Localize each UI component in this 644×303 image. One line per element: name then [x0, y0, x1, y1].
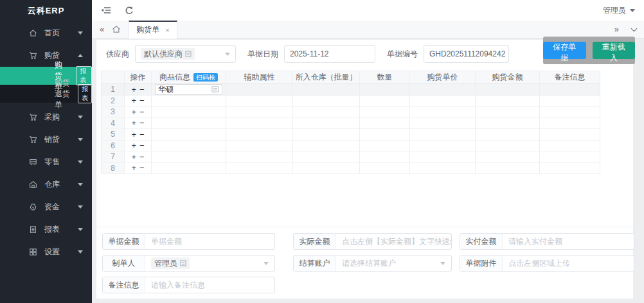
refresh-icon[interactable]	[124, 6, 134, 15]
report-badge[interactable]: 报表	[76, 66, 92, 85]
collapse-sidebar-icon[interactable]	[101, 6, 111, 15]
supplier-select[interactable]: 默认供应商	[135, 45, 236, 63]
sidebar-item-设置[interactable]: 设置	[0, 241, 92, 263]
home-tab-icon[interactable]	[112, 25, 121, 33]
column-header-购货金额: 购货金额	[476, 71, 540, 84]
add-row-button[interactable]: +	[131, 152, 136, 162]
product-input[interactable]: 华硕	[155, 84, 222, 95]
row-number-cell: 5	[102, 129, 125, 141]
column-header-所入仓库（批量）: 所入仓库（批量）	[293, 71, 360, 84]
attachment-upload-area[interactable]: 点击左侧区域上传	[503, 255, 634, 271]
chevron-down-icon	[78, 116, 83, 119]
chevron-down-icon	[264, 262, 269, 265]
remove-row-button[interactable]: −	[139, 96, 145, 105]
column-header-label: 辅助属性	[244, 72, 275, 83]
table-row: 1+−华硕	[102, 84, 600, 96]
row-number-cell: 2	[102, 96, 125, 107]
add-row-button[interactable]: +	[131, 118, 136, 128]
product-cell	[152, 141, 226, 152]
cell	[410, 129, 476, 141]
sidebar-submenu: 购货单报表购货退货单报表	[0, 67, 92, 103]
add-row-button[interactable]: +	[131, 163, 136, 173]
remove-row-button[interactable]: −	[139, 141, 145, 150]
report-badge[interactable]: 报表	[78, 84, 92, 103]
remove-row-button[interactable]: −	[139, 107, 145, 117]
doc-amount-input[interactable]: 单据金额	[145, 234, 274, 249]
tabs-menu-chevron-icon[interactable]	[631, 25, 638, 31]
sidebar-item-采购[interactable]: 采购	[0, 106, 92, 128]
sidebar-item-label: 报表	[44, 224, 60, 235]
chevron-down-icon	[78, 31, 83, 35]
tab-purchase-order[interactable]: 购货单 ×	[129, 21, 177, 39]
remove-row-button[interactable]: −	[139, 130, 145, 139]
save-document-button[interactable]: 保存单据	[543, 42, 586, 59]
cell	[360, 152, 410, 163]
cell	[476, 96, 540, 107]
cell	[476, 152, 540, 163]
cell	[540, 84, 600, 96]
sidebar: 云科ERP 首页购货购货单报表购货退货单报表采购销货零售仓库资金报表设置	[0, 0, 92, 303]
cell	[226, 141, 293, 152]
remove-row-button[interactable]: −	[139, 85, 145, 94]
product-detail-icon[interactable]	[211, 86, 219, 92]
op-cell: +−	[125, 107, 152, 118]
sidebar-item-零售[interactable]: 零售	[0, 151, 92, 173]
table-header-row: 操作商品信息扫码枪辅助属性所入仓库（批量）数量购货单价购货金额备注信息	[102, 71, 600, 84]
sidebar-subitem-购货退货单[interactable]: 购货退货单报表	[0, 85, 92, 103]
table-row: 3+−	[102, 107, 600, 118]
add-row-button[interactable]: +	[131, 107, 136, 117]
cell	[360, 118, 410, 130]
add-row-button[interactable]: +	[131, 141, 136, 150]
sidebar-item-报表[interactable]: 报表	[0, 218, 92, 241]
op-cell: +−	[125, 118, 152, 130]
cell	[226, 129, 293, 141]
product-cell	[152, 129, 226, 141]
add-row-button[interactable]: +	[131, 96, 136, 105]
op-cell: +−	[125, 163, 152, 175]
remove-row-button[interactable]: −	[139, 118, 145, 128]
remove-row-button[interactable]: −	[139, 152, 145, 162]
column-header-label: 数量	[377, 72, 393, 83]
sidebar-item-销货[interactable]: 销货	[0, 128, 92, 151]
add-row-button[interactable]: +	[131, 130, 136, 139]
sidebar-item-仓库[interactable]: 仓库	[0, 173, 92, 196]
actual-amount-field: 实际金额 点击左侧【实际金额】文字快速录入金额	[293, 233, 452, 250]
cell	[226, 163, 293, 175]
remark-input[interactable]: 请输入备注信息	[145, 277, 274, 293]
tab-label: 购货单	[136, 24, 159, 35]
cell	[293, 96, 360, 107]
sidebar-item-label: 资金	[44, 202, 60, 212]
sidebar-item-label: 采购	[44, 112, 60, 123]
table-body: 1+−华硕2+−3+−4+−5+−6+−7+−8+−	[102, 84, 600, 174]
doc-no-input[interactable]: GHD20251112094242	[424, 45, 509, 63]
settle-account-label: 结算账户	[294, 255, 336, 271]
sidebar-item-首页[interactable]: 首页	[0, 22, 92, 44]
cell	[410, 107, 476, 118]
paid-amount-input[interactable]: 请输入实付金额	[503, 234, 634, 249]
reload-button[interactable]: 重新载入	[593, 42, 636, 59]
report-icon	[29, 225, 38, 234]
tab-close-icon[interactable]: ×	[165, 26, 169, 34]
cell	[226, 96, 293, 107]
sidebar-item-label: 首页	[44, 28, 60, 39]
creator-select[interactable]: 管理员	[145, 255, 274, 271]
sidebar-item-资金[interactable]: 资金	[0, 196, 92, 218]
app-logo: 云科ERP	[0, 0, 92, 22]
add-row-button[interactable]: +	[131, 85, 136, 94]
remove-row-button[interactable]: −	[139, 163, 145, 173]
actual-amount-input[interactable]: 点击左侧【实际金额】文字快速录入金额	[336, 234, 451, 249]
table-row: 8+−	[102, 163, 600, 175]
chevron-up-icon	[78, 54, 83, 57]
row-number-header	[102, 71, 125, 84]
tabs-scroll-left-icon[interactable]: «	[100, 24, 104, 34]
user-menu[interactable]: 管理员	[603, 5, 635, 16]
column-header-操作: 操作	[125, 71, 152, 84]
product-cell	[152, 163, 226, 175]
settle-account-select[interactable]: 请选择结算账户	[336, 255, 451, 271]
sidebar-item-购货[interactable]: 购货	[0, 44, 92, 67]
sidebar-subitem-购货单[interactable]: 购货单报表	[0, 67, 92, 85]
date-input[interactable]: 2025-11-12	[284, 45, 375, 63]
tabs-scroll-right-icon[interactable]: »	[614, 24, 619, 34]
sidebar-nav: 首页购货购货单报表购货退货单报表采购销货零售仓库资金报表设置	[0, 22, 92, 263]
scan-gun-badge[interactable]: 扫码枪	[193, 73, 218, 82]
